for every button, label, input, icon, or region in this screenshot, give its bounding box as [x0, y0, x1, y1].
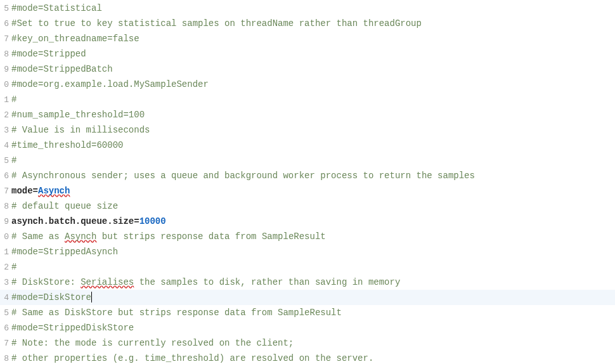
comment-text: #mode=org.example.load.MySampleSender: [11, 77, 615, 92]
line-number: 5: [0, 153, 9, 169]
comment-text: #mode=Stripped: [11, 46, 615, 62]
code-line[interactable]: 6 #mode=StrippedDiskStore: [0, 320, 615, 335]
line-number: 8: [0, 351, 9, 364]
comment-text: #time_threshold=60000: [11, 138, 615, 153]
line-number: 4: [0, 290, 9, 306]
property-key: asynch.batch.queue.size: [11, 216, 134, 226]
comment-text: # Same as Asynch but strips response dat…: [11, 229, 615, 244]
comment-text: #mode=StrippedBatch: [11, 62, 615, 77]
comment-text: #: [11, 259, 615, 275]
comment-text: # DiskStore: Serialises the samples to d…: [11, 275, 615, 290]
comment-text: # Asynchronous sender; uses a queue and …: [11, 168, 615, 183]
code-line[interactable]: 6 #Set to true to key statistical sample…: [0, 16, 615, 31]
comment-post: but strips response data from SampleResu…: [96, 231, 325, 242]
code-line[interactable]: 7 #key_on_threadname=false: [0, 31, 615, 46]
code-line[interactable]: 9 asynch.batch.queue.size=10000: [0, 214, 615, 229]
property-line: asynch.batch.queue.size=10000: [11, 214, 615, 229]
comment-text: #: [11, 92, 615, 107]
text-cursor: [91, 292, 92, 302]
equals-sign: =: [33, 186, 38, 196]
spellcheck-word: Asynch: [65, 231, 96, 242]
comment-text: #key_on_threadname=false: [11, 31, 615, 46]
comment-text: #mode=StrippedAsynch: [11, 244, 615, 259]
line-number: 3: [0, 275, 9, 290]
code-line[interactable]: 1 #mode=StrippedAsynch: [0, 244, 615, 259]
code-line[interactable]: 8 #mode=Stripped: [0, 46, 615, 62]
comment-text: #mode=Statistical: [11, 1, 615, 16]
comment-text: #num_sample_threshold=100: [11, 107, 615, 122]
property-line: mode=Asynch: [11, 183, 615, 198]
code-line[interactable]: 4 #time_threshold=60000: [0, 138, 615, 153]
comment-text: #mode=DiskStore: [11, 290, 615, 305]
line-number: 2: [0, 108, 9, 123]
comment-text: #: [11, 153, 615, 168]
code-line[interactable]: 3 # DiskStore: Serialises the samples to…: [0, 275, 615, 290]
text-editor-area[interactable]: 5 #mode=Statistical 6 #Set to true to ke…: [0, 1, 615, 364]
code-line[interactable]: 0 # Same as Asynch but strips response d…: [0, 229, 615, 244]
line-number: 1: [0, 245, 9, 260]
comment-post: the samples to disk, rather than saving …: [134, 277, 400, 287]
comment-text: # Note: the mode is currently resolved o…: [11, 335, 615, 351]
comment-pre: # Same as: [11, 231, 65, 242]
code-line[interactable]: 3 # Value is in milliseconds: [0, 122, 615, 138]
line-number: 6: [0, 16, 9, 32]
code-line[interactable]: 5 # Same as DiskStore but strips respons…: [0, 305, 615, 320]
line-number: 8: [0, 199, 9, 214]
line-number: 5: [0, 1, 9, 16]
comment-text: # default queue size: [11, 198, 615, 214]
line-number: 8: [0, 47, 9, 62]
line-number: 5: [0, 306, 9, 321]
code-line-current[interactable]: 4 #mode=DiskStore: [0, 290, 615, 305]
line-number: 9: [0, 214, 9, 230]
comment-text: #Set to true to key statistical samples …: [11, 16, 615, 31]
line-number: 4: [0, 138, 9, 153]
comment-text: # other properties (e.g. time_threshold)…: [11, 351, 615, 364]
spellcheck-word: Serialises: [81, 277, 134, 287]
line-number: 1: [0, 93, 9, 108]
equals-sign: =: [134, 216, 139, 226]
line-number: 0: [0, 77, 9, 93]
code-line[interactable]: 2 #num_sample_threshold=100: [0, 107, 615, 122]
code-line[interactable]: 7 # Note: the mode is currently resolved…: [0, 335, 615, 351]
comment-text: #mode=StrippedDiskStore: [11, 320, 615, 335]
code-line[interactable]: 5 #mode=Statistical: [0, 1, 615, 16]
code-line[interactable]: 1 #: [0, 92, 615, 107]
property-value: 10000: [139, 216, 166, 226]
code-line[interactable]: 6 # Asynchronous sender; uses a queue an…: [0, 168, 615, 183]
code-line[interactable]: 0 #mode=org.example.load.MySampleSender: [0, 77, 615, 92]
line-number: 7: [0, 336, 9, 351]
line-number: 0: [0, 230, 9, 245]
code-line[interactable]: 9 #mode=StrippedBatch: [0, 62, 615, 77]
code-line[interactable]: 8 # other properties (e.g. time_threshol…: [0, 351, 615, 364]
comment-text: # Same as DiskStore but strips response …: [11, 305, 615, 320]
line-number: 6: [0, 321, 9, 336]
code-line[interactable]: 8 # default queue size: [0, 198, 615, 214]
line-number: 6: [0, 169, 9, 184]
line-number: 7: [0, 184, 9, 199]
property-key: mode: [11, 186, 33, 196]
comment-text: # Value is in milliseconds: [11, 122, 615, 138]
code-line[interactable]: 7 mode=Asynch: [0, 183, 615, 198]
line-number: 9: [0, 62, 9, 77]
code-line[interactable]: 2 #: [0, 259, 615, 275]
code-line[interactable]: 5 #: [0, 153, 615, 168]
line-number: 2: [0, 260, 9, 275]
line-number: 7: [0, 32, 9, 47]
line-number: 3: [0, 123, 9, 138]
comment-body: #mode=DiskStore: [11, 292, 91, 302]
property-value-spellcheck: Asynch: [38, 186, 70, 196]
comment-pre: # DiskStore:: [11, 277, 81, 287]
